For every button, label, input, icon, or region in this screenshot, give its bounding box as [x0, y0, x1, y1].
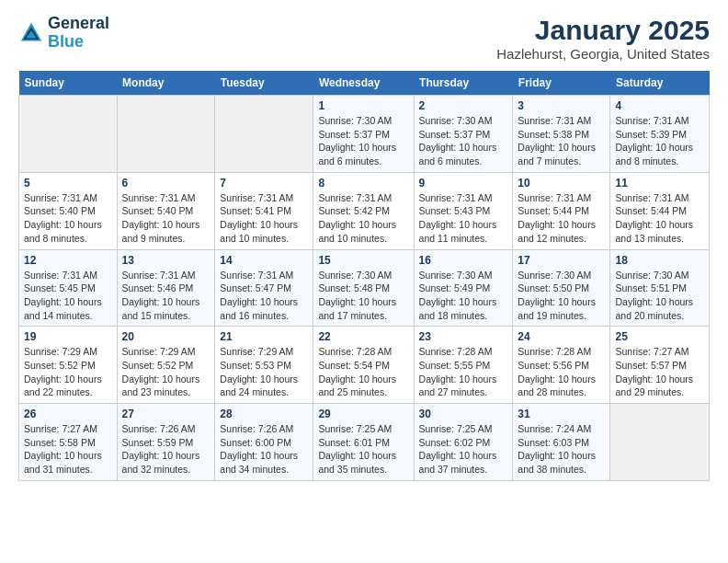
calendar-week-5: 26Sunrise: 7:27 AMSunset: 5:58 PMDayligh… [19, 404, 710, 481]
day-info: Sunrise: 7:24 AMSunset: 6:03 PMDaylight:… [518, 422, 605, 477]
day-number: 7 [220, 177, 308, 190]
calendar-cell: 8Sunrise: 7:31 AMSunset: 5:42 PMDaylight… [313, 172, 414, 249]
logo-icon [18, 20, 44, 46]
page-title: January 2025 [496, 15, 710, 46]
day-info: Sunrise: 7:31 AMSunset: 5:44 PMDaylight:… [518, 191, 605, 246]
day-info: Sunrise: 7:31 AMSunset: 5:42 PMDaylight:… [318, 191, 408, 246]
calendar-cell: 31Sunrise: 7:24 AMSunset: 6:03 PMDayligh… [513, 404, 610, 481]
calendar-cell: 23Sunrise: 7:28 AMSunset: 5:55 PMDayligh… [414, 327, 513, 404]
day-number: 12 [24, 254, 112, 267]
day-number: 20 [122, 330, 210, 343]
day-info: Sunrise: 7:30 AMSunset: 5:48 PMDaylight:… [318, 269, 408, 323]
day-number: 26 [24, 408, 112, 420]
calendar-cell: 1Sunrise: 7:30 AMSunset: 5:37 PMDaylight… [313, 96, 414, 173]
day-info: Sunrise: 7:25 AMSunset: 6:02 PMDaylight:… [419, 422, 508, 477]
calendar-cell: 9Sunrise: 7:31 AMSunset: 5:43 PMDaylight… [414, 172, 513, 249]
calendar-body: 1Sunrise: 7:30 AMSunset: 5:37 PMDaylight… [19, 96, 710, 481]
day-info: Sunrise: 7:29 AMSunset: 5:52 PMDaylight:… [24, 345, 112, 399]
day-number: 29 [318, 408, 408, 420]
calendar-week-4: 19Sunrise: 7:29 AMSunset: 5:52 PMDayligh… [19, 327, 710, 404]
day-number: 17 [518, 254, 605, 267]
calendar-cell: 20Sunrise: 7:29 AMSunset: 5:52 PMDayligh… [117, 327, 215, 404]
logo: General Blue [18, 15, 109, 52]
page-subtitle: Hazlehurst, Georgia, United States [496, 46, 710, 62]
col-saturday: Saturday [610, 71, 710, 96]
day-number: 1 [318, 99, 408, 112]
day-number: 11 [615, 177, 704, 190]
day-number: 2 [419, 99, 508, 112]
day-number: 15 [318, 254, 408, 267]
calendar-cell [215, 96, 313, 173]
calendar-cell: 2Sunrise: 7:30 AMSunset: 5:37 PMDaylight… [414, 96, 513, 173]
logo-line2: Blue [48, 32, 84, 51]
day-info: Sunrise: 7:28 AMSunset: 5:54 PMDaylight:… [318, 345, 408, 399]
calendar-cell: 27Sunrise: 7:26 AMSunset: 5:59 PMDayligh… [117, 404, 215, 481]
day-number: 31 [518, 408, 605, 420]
day-info: Sunrise: 7:31 AMSunset: 5:44 PMDaylight:… [615, 191, 704, 246]
day-number: 28 [220, 408, 308, 420]
page: General Blue January 2025 Hazlehurst, Ge… [0, 0, 728, 496]
day-number: 30 [419, 408, 508, 420]
header: General Blue January 2025 Hazlehurst, Ge… [18, 15, 710, 62]
calendar-cell: 26Sunrise: 7:27 AMSunset: 5:58 PMDayligh… [19, 404, 118, 481]
day-info: Sunrise: 7:28 AMSunset: 5:56 PMDaylight:… [518, 345, 605, 399]
header-row: Sunday Monday Tuesday Wednesday Thursday… [19, 71, 710, 96]
col-thursday: Thursday [414, 71, 513, 96]
calendar-cell: 5Sunrise: 7:31 AMSunset: 5:40 PMDaylight… [19, 172, 118, 249]
day-number: 19 [24, 330, 112, 343]
day-number: 10 [518, 177, 605, 190]
day-info: Sunrise: 7:30 AMSunset: 5:51 PMDaylight:… [615, 269, 704, 323]
day-number: 6 [122, 177, 210, 190]
calendar-cell: 15Sunrise: 7:30 AMSunset: 5:48 PMDayligh… [313, 249, 414, 327]
day-info: Sunrise: 7:31 AMSunset: 5:40 PMDaylight:… [122, 191, 210, 246]
calendar-week-3: 12Sunrise: 7:31 AMSunset: 5:45 PMDayligh… [19, 249, 710, 327]
calendar-cell: 29Sunrise: 7:25 AMSunset: 6:01 PMDayligh… [313, 404, 414, 481]
calendar-cell: 18Sunrise: 7:30 AMSunset: 5:51 PMDayligh… [610, 249, 710, 327]
calendar-cell: 17Sunrise: 7:30 AMSunset: 5:50 PMDayligh… [513, 249, 610, 327]
calendar-cell: 11Sunrise: 7:31 AMSunset: 5:44 PMDayligh… [610, 172, 710, 249]
calendar-table: Sunday Monday Tuesday Wednesday Thursday… [18, 71, 710, 481]
day-number: 21 [220, 330, 308, 343]
col-sunday: Sunday [19, 71, 118, 96]
calendar-cell: 10Sunrise: 7:31 AMSunset: 5:44 PMDayligh… [513, 172, 610, 249]
calendar-cell: 13Sunrise: 7:31 AMSunset: 5:46 PMDayligh… [117, 249, 215, 327]
calendar-cell [610, 404, 710, 481]
day-info: Sunrise: 7:30 AMSunset: 5:50 PMDaylight:… [518, 269, 605, 323]
calendar-week-2: 5Sunrise: 7:31 AMSunset: 5:40 PMDaylight… [19, 172, 710, 249]
day-number: 5 [24, 177, 112, 190]
logo-line1: General [48, 15, 109, 33]
day-info: Sunrise: 7:27 AMSunset: 5:58 PMDaylight:… [24, 422, 112, 477]
day-number: 16 [419, 254, 508, 267]
day-info: Sunrise: 7:26 AMSunset: 5:59 PMDaylight:… [122, 422, 210, 477]
calendar-cell: 21Sunrise: 7:29 AMSunset: 5:53 PMDayligh… [215, 327, 313, 404]
day-info: Sunrise: 7:31 AMSunset: 5:45 PMDaylight:… [24, 269, 112, 323]
day-number: 22 [318, 330, 408, 343]
day-number: 13 [122, 254, 210, 267]
day-number: 8 [318, 177, 408, 190]
day-info: Sunrise: 7:29 AMSunset: 5:53 PMDaylight:… [220, 345, 308, 399]
col-tuesday: Tuesday [215, 71, 313, 96]
logo-text: General Blue [48, 15, 109, 52]
calendar-cell: 3Sunrise: 7:31 AMSunset: 5:38 PMDaylight… [513, 96, 610, 173]
day-number: 18 [615, 254, 704, 267]
day-info: Sunrise: 7:28 AMSunset: 5:55 PMDaylight:… [419, 345, 508, 399]
calendar-cell: 7Sunrise: 7:31 AMSunset: 5:41 PMDaylight… [215, 172, 313, 249]
calendar-cell: 16Sunrise: 7:30 AMSunset: 5:49 PMDayligh… [414, 249, 513, 327]
calendar-header: Sunday Monday Tuesday Wednesday Thursday… [19, 71, 710, 96]
day-info: Sunrise: 7:30 AMSunset: 5:37 PMDaylight:… [419, 114, 508, 168]
day-info: Sunrise: 7:31 AMSunset: 5:38 PMDaylight:… [518, 114, 605, 168]
day-info: Sunrise: 7:26 AMSunset: 6:00 PMDaylight:… [220, 422, 308, 477]
day-number: 3 [518, 99, 605, 112]
day-info: Sunrise: 7:31 AMSunset: 5:47 PMDaylight:… [220, 269, 308, 323]
title-block: January 2025 Hazlehurst, Georgia, United… [496, 15, 710, 62]
day-info: Sunrise: 7:27 AMSunset: 5:57 PMDaylight:… [615, 345, 704, 399]
day-info: Sunrise: 7:25 AMSunset: 6:01 PMDaylight:… [318, 422, 408, 477]
calendar-cell: 12Sunrise: 7:31 AMSunset: 5:45 PMDayligh… [19, 249, 118, 327]
calendar-cell [117, 96, 215, 173]
day-info: Sunrise: 7:31 AMSunset: 5:46 PMDaylight:… [122, 269, 210, 323]
day-info: Sunrise: 7:31 AMSunset: 5:40 PMDaylight:… [24, 191, 112, 246]
day-info: Sunrise: 7:30 AMSunset: 5:37 PMDaylight:… [318, 114, 408, 168]
day-info: Sunrise: 7:31 AMSunset: 5:41 PMDaylight:… [220, 191, 308, 246]
day-number: 23 [419, 330, 508, 343]
calendar-cell: 6Sunrise: 7:31 AMSunset: 5:40 PMDaylight… [117, 172, 215, 249]
